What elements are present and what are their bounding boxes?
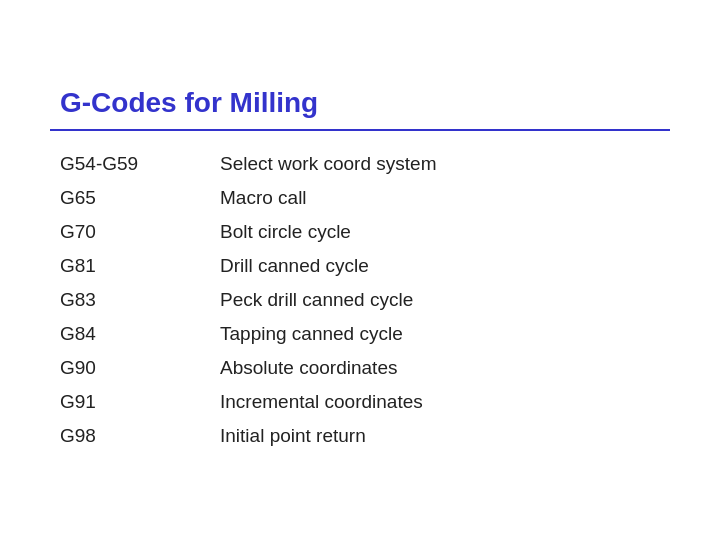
gcode-code: G81	[50, 249, 210, 283]
gcode-description: Peck drill canned cycle	[210, 283, 670, 317]
table-row: G65Macro call	[50, 181, 670, 215]
table-row: G54-G59Select work coord system	[50, 147, 670, 181]
table-row: G84Tapping canned cycle	[50, 317, 670, 351]
gcode-description: Absolute coordinates	[210, 351, 670, 385]
gcode-code: G70	[50, 215, 210, 249]
table-row: G81Drill canned cycle	[50, 249, 670, 283]
table-row: G90Absolute coordinates	[50, 351, 670, 385]
gcode-description: Initial point return	[210, 419, 670, 453]
table-row: G70Bolt circle cycle	[50, 215, 670, 249]
page-title: G-Codes for Milling	[50, 87, 670, 119]
gcode-description: Macro call	[210, 181, 670, 215]
gcode-description: Tapping canned cycle	[210, 317, 670, 351]
gcode-description: Incremental coordinates	[210, 385, 670, 419]
gcode-code: G91	[50, 385, 210, 419]
gcode-code: G54-G59	[50, 147, 210, 181]
gcode-code: G90	[50, 351, 210, 385]
table-row: G91Incremental coordinates	[50, 385, 670, 419]
gcode-table: G54-G59Select work coord systemG65Macro …	[50, 147, 670, 453]
table-row: G83Peck drill canned cycle	[50, 283, 670, 317]
gcode-code: G84	[50, 317, 210, 351]
gcode-description: Select work coord system	[210, 147, 670, 181]
gcode-code: G98	[50, 419, 210, 453]
main-container: G-Codes for Milling G54-G59Select work c…	[50, 67, 670, 473]
gcode-code: G65	[50, 181, 210, 215]
gcode-code: G83	[50, 283, 210, 317]
table-row: G98Initial point return	[50, 419, 670, 453]
gcode-description: Drill canned cycle	[210, 249, 670, 283]
title-divider	[50, 129, 670, 131]
gcode-description: Bolt circle cycle	[210, 215, 670, 249]
